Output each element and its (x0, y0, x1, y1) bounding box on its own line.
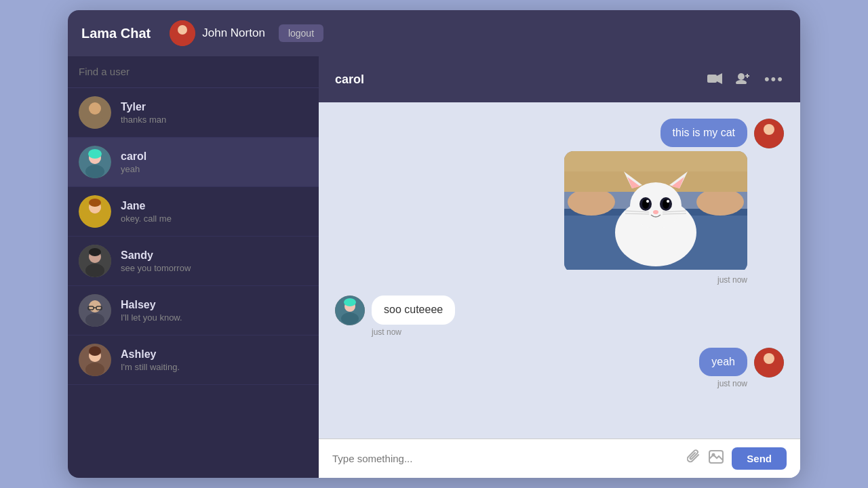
send-button[interactable]: Send (732, 447, 787, 470)
contact-info-ashley: Ashley I'm still waiting. (121, 348, 180, 372)
svg-marker-29 (717, 73, 722, 84)
message-image-1 (564, 151, 747, 272)
svg-point-40 (568, 188, 615, 216)
sidebar: Tyler thanks man (68, 56, 319, 478)
svg-point-5 (85, 115, 104, 129)
logged-in-avatar (170, 20, 195, 46)
contact-list: Tyler thanks man (68, 88, 319, 478)
contact-preview-carol: yeah (121, 164, 146, 174)
contact-item-tyler[interactable]: Tyler thanks man (68, 88, 319, 138)
message-input[interactable] (332, 453, 679, 464)
contact-preview-jane: okey. call me (121, 214, 172, 224)
video-call-icon[interactable] (707, 72, 722, 87)
message-time-2: just now (372, 327, 455, 337)
user-info: John Norton logout (170, 20, 323, 46)
received-avatar-2 (335, 296, 365, 325)
chat-input-area: Send (319, 439, 800, 478)
contact-info-tyler: Tyler thanks man (121, 101, 166, 125)
chat-header: carol (319, 56, 800, 102)
svg-point-54 (646, 200, 649, 203)
svg-point-63 (341, 312, 359, 325)
message-row-2: soo cuteeee just now (335, 296, 784, 336)
image-upload-icon[interactable] (709, 450, 724, 467)
contact-name-tyler: Tyler (121, 101, 166, 113)
message-row-3: yeah just now (335, 348, 784, 388)
message-content-2: soo cuteeee just now (372, 296, 455, 336)
contact-preview-sandy: see you tomorrow (121, 263, 191, 273)
message-bubble-2: soo cuteeee (372, 296, 455, 324)
search-input[interactable] (79, 66, 308, 77)
contact-preview-halsey: I'll let you know. (121, 312, 182, 323)
contact-info-halsey: Halsey I'll let you know. (121, 299, 182, 323)
message-time-3: just now (717, 379, 747, 388)
message-bubble-3: yeah (699, 348, 747, 376)
svg-point-66 (764, 353, 774, 364)
contact-preview-ashley: I'm still waiting. (121, 362, 180, 372)
contact-preview-tyler: thanks man (121, 115, 166, 125)
svg-rect-43 (564, 151, 747, 171)
svg-point-9 (88, 149, 102, 159)
svg-point-27 (89, 346, 101, 356)
message-time-1: just now (717, 275, 747, 285)
svg-point-56 (653, 210, 658, 214)
contact-name-jane: Jane (121, 200, 172, 212)
svg-point-16 (85, 264, 104, 277)
message-content-1: this is my cat (564, 119, 747, 285)
contact-item-halsey[interactable]: Halsey I'll let you know. (68, 286, 319, 336)
contact-info-sandy: Sandy see you tomorrow (121, 249, 191, 273)
svg-point-35 (764, 124, 774, 135)
svg-point-1 (178, 25, 187, 35)
svg-point-31 (736, 80, 747, 84)
svg-point-67 (760, 365, 778, 377)
svg-point-64 (344, 298, 356, 306)
message-bubble-1: this is my cat (660, 119, 747, 147)
svg-point-2 (175, 35, 190, 46)
contact-avatar-jane (79, 195, 111, 228)
more-options-icon[interactable]: ••• (764, 70, 784, 88)
contact-name-halsey: Halsey (121, 299, 182, 311)
logged-in-username: John Norton (202, 26, 265, 40)
message-content-3: yeah just now (699, 348, 747, 388)
contact-name-sandy: Sandy (121, 249, 191, 262)
contact-item-sandy[interactable]: Sandy see you tomorrow (68, 237, 319, 286)
svg-point-8 (85, 165, 104, 178)
svg-point-45 (630, 182, 682, 228)
contact-name-carol: carol (121, 150, 146, 163)
contact-item-jane[interactable]: Jane okey. call me (68, 187, 319, 237)
contact-avatar-tyler (79, 96, 111, 129)
svg-point-20 (85, 313, 104, 327)
contact-avatar-sandy (79, 245, 111, 277)
chat-contact-name: carol (335, 73, 364, 87)
contact-item-carol[interactable]: carol yeah (68, 138, 319, 187)
svg-point-41 (696, 188, 744, 216)
app-title: Lama Chat (81, 26, 151, 41)
contact-item-ashley[interactable]: Ashley I'm still waiting. (68, 336, 319, 385)
search-bar (68, 56, 319, 88)
app-container: Lama Chat John Norton logout (68, 10, 800, 478)
sent-avatar-1 (754, 119, 784, 148)
svg-point-17 (89, 248, 101, 256)
contact-name-ashley: Ashley (121, 348, 180, 361)
svg-point-13 (89, 199, 101, 207)
contact-info-carol: carol yeah (121, 150, 146, 174)
chat-header-icons: ••• (707, 70, 784, 88)
contact-avatar-carol (79, 146, 111, 178)
svg-point-36 (760, 136, 778, 148)
contact-info-jane: Jane okey. call me (121, 200, 172, 224)
contact-avatar-ashley (79, 344, 111, 376)
message-row-1: this is my cat (335, 119, 784, 285)
svg-point-55 (667, 200, 669, 203)
logout-button[interactable]: logout (279, 24, 323, 42)
header: Lama Chat John Norton logout (68, 10, 800, 56)
messages-area: this is my cat (319, 102, 800, 439)
sent-avatar-3 (754, 348, 784, 378)
main-area: Tyler thanks man (68, 56, 800, 478)
svg-point-26 (85, 363, 104, 376)
svg-rect-28 (707, 75, 717, 83)
svg-point-12 (85, 214, 104, 228)
contact-avatar-halsey (79, 294, 111, 327)
attachment-icon[interactable] (687, 449, 701, 468)
svg-point-30 (738, 73, 745, 80)
add-user-icon[interactable] (736, 72, 751, 87)
svg-point-4 (89, 102, 101, 115)
